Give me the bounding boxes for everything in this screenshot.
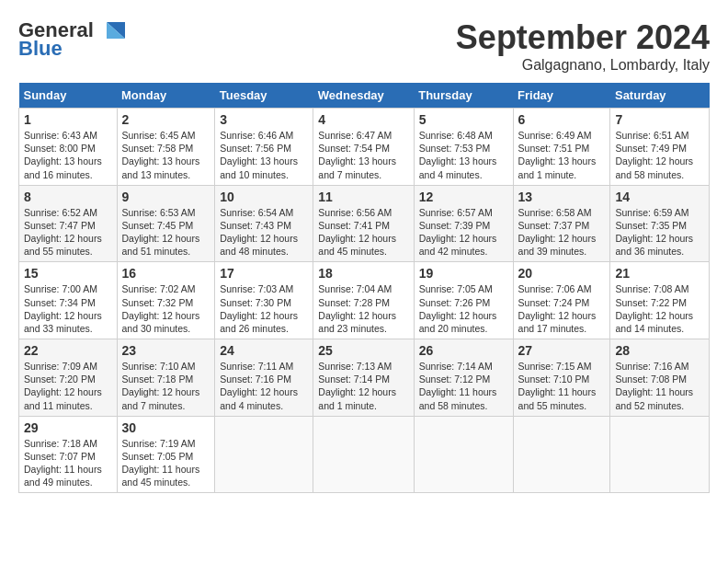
- calendar-cell: [610, 416, 710, 493]
- day-number: 20: [518, 266, 606, 281]
- calendar-cell: 14Sunrise: 6:59 AM Sunset: 7:35 PM Dayli…: [610, 185, 710, 262]
- calendar-table: Sunday Monday Tuesday Wednesday Thursday…: [18, 83, 710, 493]
- col-saturday: Saturday: [610, 83, 710, 109]
- cell-details: Sunrise: 7:15 AM Sunset: 7:10 PM Dayligh…: [518, 360, 606, 412]
- calendar-cell: 25Sunrise: 7:13 AM Sunset: 7:14 PM Dayli…: [313, 339, 414, 417]
- cell-details: Sunrise: 7:11 AM Sunset: 7:16 PM Dayligh…: [220, 360, 308, 412]
- day-number: 24: [220, 343, 308, 358]
- day-number: 7: [615, 112, 704, 127]
- location-title: Galgagnano, Lombardy, Italy: [456, 57, 710, 74]
- cell-details: Sunrise: 6:43 AM Sunset: 8:00 PM Dayligh…: [24, 129, 112, 181]
- cell-details: Sunrise: 7:18 AM Sunset: 7:07 PM Dayligh…: [24, 437, 112, 489]
- day-number: 2: [122, 112, 210, 127]
- day-number: 17: [220, 266, 308, 281]
- header-row: Sunday Monday Tuesday Wednesday Thursday…: [19, 83, 710, 109]
- day-number: 18: [318, 266, 408, 281]
- calendar-cell: 19Sunrise: 7:05 AM Sunset: 7:26 PM Dayli…: [414, 262, 513, 339]
- cell-details: Sunrise: 7:06 AM Sunset: 7:24 PM Dayligh…: [518, 282, 606, 335]
- cell-details: Sunrise: 6:56 AM Sunset: 7:41 PM Dayligh…: [318, 206, 408, 259]
- calendar-week-3: 15Sunrise: 7:00 AM Sunset: 7:34 PM Dayli…: [19, 262, 710, 339]
- day-number: 14: [615, 190, 704, 204]
- col-sunday: Sunday: [19, 83, 118, 109]
- col-tuesday: Tuesday: [215, 83, 313, 109]
- cell-details: Sunrise: 7:09 AM Sunset: 7:20 PM Dayligh…: [24, 360, 112, 412]
- cell-details: Sunrise: 7:13 AM Sunset: 7:14 PM Dayligh…: [318, 360, 408, 412]
- calendar-cell: 27Sunrise: 7:15 AM Sunset: 7:10 PM Dayli…: [513, 339, 610, 417]
- calendar-cell: 24Sunrise: 7:11 AM Sunset: 7:16 PM Dayli…: [215, 339, 313, 417]
- calendar-cell: 1Sunrise: 6:43 AM Sunset: 8:00 PM Daylig…: [19, 109, 118, 186]
- day-number: 30: [122, 420, 210, 435]
- day-number: 29: [24, 420, 112, 435]
- day-number: 12: [419, 190, 508, 204]
- calendar-cell: 12Sunrise: 6:57 AM Sunset: 7:39 PM Dayli…: [414, 185, 513, 262]
- calendar-cell: 20Sunrise: 7:06 AM Sunset: 7:24 PM Dayli…: [513, 262, 610, 339]
- day-number: 6: [518, 112, 606, 127]
- calendar-cell: 8Sunrise: 6:52 AM Sunset: 7:47 PM Daylig…: [19, 185, 118, 262]
- calendar-cell: [215, 416, 313, 493]
- calendar-cell: [313, 416, 414, 493]
- cell-details: Sunrise: 6:49 AM Sunset: 7:51 PM Dayligh…: [518, 129, 606, 181]
- cell-details: Sunrise: 7:10 AM Sunset: 7:18 PM Dayligh…: [122, 360, 210, 412]
- day-number: 16: [122, 266, 210, 281]
- calendar-cell: 13Sunrise: 6:58 AM Sunset: 7:37 PM Dayli…: [513, 185, 610, 262]
- day-number: 23: [122, 343, 210, 358]
- calendar-cell: 18Sunrise: 7:04 AM Sunset: 7:28 PM Dayli…: [313, 262, 414, 339]
- cell-details: Sunrise: 7:14 AM Sunset: 7:12 PM Dayligh…: [419, 360, 508, 412]
- col-friday: Friday: [513, 83, 610, 109]
- cell-details: Sunrise: 7:04 AM Sunset: 7:28 PM Dayligh…: [318, 282, 408, 335]
- calendar-cell: 6Sunrise: 6:49 AM Sunset: 7:51 PM Daylig…: [513, 109, 610, 186]
- day-number: 11: [318, 190, 408, 204]
- cell-details: Sunrise: 7:16 AM Sunset: 7:08 PM Dayligh…: [615, 360, 704, 412]
- day-number: 25: [318, 343, 408, 358]
- cell-details: Sunrise: 7:08 AM Sunset: 7:22 PM Dayligh…: [615, 282, 704, 335]
- day-number: 3: [220, 112, 308, 127]
- calendar-week-4: 22Sunrise: 7:09 AM Sunset: 7:20 PM Dayli…: [19, 339, 710, 417]
- cell-details: Sunrise: 6:46 AM Sunset: 7:56 PM Dayligh…: [220, 129, 308, 181]
- calendar-cell: 15Sunrise: 7:00 AM Sunset: 7:34 PM Dayli…: [19, 262, 118, 339]
- day-number: 4: [318, 112, 408, 127]
- calendar-cell: [513, 416, 610, 493]
- calendar-week-1: 1Sunrise: 6:43 AM Sunset: 8:00 PM Daylig…: [19, 109, 710, 186]
- calendar-cell: 22Sunrise: 7:09 AM Sunset: 7:20 PM Dayli…: [19, 339, 118, 417]
- calendar-cell: [414, 416, 513, 493]
- day-number: 15: [24, 266, 112, 281]
- col-wednesday: Wednesday: [313, 83, 414, 109]
- cell-details: Sunrise: 6:47 AM Sunset: 7:54 PM Dayligh…: [318, 129, 408, 181]
- calendar-cell: 3Sunrise: 6:46 AM Sunset: 7:56 PM Daylig…: [215, 109, 313, 186]
- header: General Blue September 2024 Galgagnano, …: [18, 18, 710, 74]
- title-block: September 2024 Galgagnano, Lombardy, Ita…: [456, 18, 710, 74]
- calendar-cell: 30Sunrise: 7:19 AM Sunset: 7:05 PM Dayli…: [117, 416, 215, 493]
- cell-details: Sunrise: 6:57 AM Sunset: 7:39 PM Dayligh…: [419, 206, 508, 259]
- col-monday: Monday: [117, 83, 215, 109]
- cell-details: Sunrise: 7:19 AM Sunset: 7:05 PM Dayligh…: [122, 437, 210, 489]
- calendar-cell: 5Sunrise: 6:48 AM Sunset: 7:53 PM Daylig…: [414, 109, 513, 186]
- day-number: 1: [24, 112, 112, 127]
- day-number: 27: [518, 343, 606, 358]
- calendar-cell: 17Sunrise: 7:03 AM Sunset: 7:30 PM Dayli…: [215, 262, 313, 339]
- cell-details: Sunrise: 6:45 AM Sunset: 7:58 PM Dayligh…: [122, 129, 210, 181]
- calendar-cell: 23Sunrise: 7:10 AM Sunset: 7:18 PM Dayli…: [117, 339, 215, 417]
- calendar-week-2: 8Sunrise: 6:52 AM Sunset: 7:47 PM Daylig…: [19, 185, 710, 262]
- day-number: 8: [24, 190, 112, 204]
- month-title: September 2024: [456, 18, 710, 57]
- logo-blue: Blue: [18, 37, 63, 61]
- day-number: 13: [518, 190, 606, 204]
- calendar-cell: 28Sunrise: 7:16 AM Sunset: 7:08 PM Dayli…: [610, 339, 710, 417]
- cell-details: Sunrise: 6:51 AM Sunset: 7:49 PM Dayligh…: [615, 129, 704, 181]
- cell-details: Sunrise: 6:54 AM Sunset: 7:43 PM Dayligh…: [220, 206, 308, 259]
- calendar-cell: 21Sunrise: 7:08 AM Sunset: 7:22 PM Dayli…: [610, 262, 710, 339]
- calendar-cell: 10Sunrise: 6:54 AM Sunset: 7:43 PM Dayli…: [215, 185, 313, 262]
- day-number: 21: [615, 266, 704, 281]
- calendar-cell: 2Sunrise: 6:45 AM Sunset: 7:58 PM Daylig…: [117, 109, 215, 186]
- calendar-cell: 16Sunrise: 7:02 AM Sunset: 7:32 PM Dayli…: [117, 262, 215, 339]
- calendar-cell: 7Sunrise: 6:51 AM Sunset: 7:49 PM Daylig…: [610, 109, 710, 186]
- day-number: 19: [419, 266, 508, 281]
- cell-details: Sunrise: 7:00 AM Sunset: 7:34 PM Dayligh…: [24, 282, 112, 335]
- cell-details: Sunrise: 6:53 AM Sunset: 7:45 PM Dayligh…: [122, 206, 210, 259]
- calendar-cell: 9Sunrise: 6:53 AM Sunset: 7:45 PM Daylig…: [117, 185, 215, 262]
- day-number: 22: [24, 343, 112, 358]
- cell-details: Sunrise: 7:02 AM Sunset: 7:32 PM Dayligh…: [122, 282, 210, 335]
- col-thursday: Thursday: [414, 83, 513, 109]
- cell-details: Sunrise: 7:03 AM Sunset: 7:30 PM Dayligh…: [220, 282, 308, 335]
- calendar-week-5: 29Sunrise: 7:18 AM Sunset: 7:07 PM Dayli…: [19, 416, 710, 493]
